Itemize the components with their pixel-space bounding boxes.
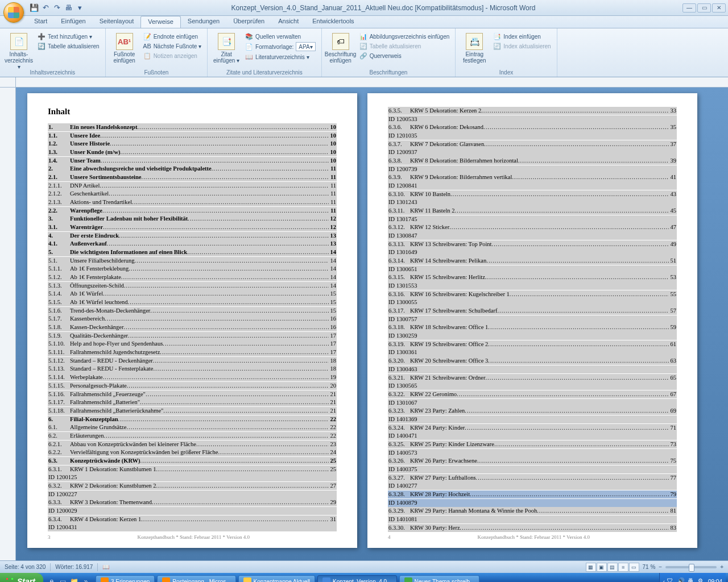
explorer-icon[interactable]: 📁 — [69, 576, 80, 582]
toc-entry[interactable]: 6.3.29.KRW 29 Party: Hannah Montana & Wi… — [388, 507, 677, 515]
page-4[interactable]: 6.3.5.KRW 5 Dekoration: Kerzen 2........… — [367, 93, 697, 548]
text-hinzufuegen-button[interactable]: ➕Text hinzufügen ▾ — [36, 32, 101, 41]
toc-id-line[interactable]: ID 1401081 — [388, 516, 677, 523]
toc-id-line[interactable]: ID 1300565 — [388, 382, 677, 390]
toc-id-line[interactable]: ID 1401369 — [388, 415, 677, 423]
toc-entry[interactable]: 4.1.Außenverkauf........................… — [48, 240, 337, 248]
toc-entry[interactable]: 5.1.17.Fallrahmenschild „Batterien".....… — [48, 398, 337, 406]
zitat-einfuegen-button[interactable]: 📑 Zitat einfügen ▾ — [212, 31, 241, 74]
maximize-button[interactable]: ▭ — [697, 3, 711, 13]
toc-entry[interactable]: 6.3.6.KRW 6 Dekoration: Dekosand........… — [388, 123, 677, 131]
toc-entry[interactable]: 6.3.27.KRW 27 Party: Luftballons........… — [388, 474, 677, 482]
tray-icon[interactable]: 🖶 — [688, 577, 696, 582]
toc-id-line[interactable]: ID 1200431 — [48, 523, 337, 531]
eintrag-festlegen-button[interactable]: 📇 Eintrag festlegen — [460, 31, 489, 74]
taskbar-item[interactable]: Konzept_Version_4.0... — [317, 575, 396, 582]
toc-id-line[interactable]: ID 1300055 — [388, 298, 677, 306]
language-icon[interactable]: 📖 — [102, 564, 109, 570]
toc-id-line[interactable]: ID 1400879 — [388, 499, 677, 507]
tray-icon[interactable]: 🛡 — [667, 577, 675, 582]
literaturverzeichnis-button[interactable]: 📖Literaturverzeichnis ▾ — [244, 52, 317, 61]
tab-überprüfen[interactable]: Überprüfen — [226, 16, 271, 28]
full-screen-view[interactable]: ▣ — [597, 563, 607, 572]
toc-entry[interactable]: 6.3.25.KRW 25 Party: Kinder Lizenzware..… — [388, 440, 677, 448]
toc-entry[interactable]: 6.3.19.KRW 19 Schreibwaren: Office 2....… — [388, 340, 677, 348]
undo-icon[interactable]: ↶ — [41, 3, 50, 13]
toc-entry[interactable]: 6.3.14.KRW 14 Schreibwaren: Pelikan.....… — [388, 257, 677, 265]
toc-entry[interactable]: 6.3.17.KRW 17 Schreibwaren: Schulbedarf.… — [388, 307, 677, 315]
toc-entry[interactable]: 6.2.Erläuterungen.......................… — [48, 432, 337, 440]
toc-id-line[interactable]: ID 1200739 — [388, 165, 677, 173]
zoom-in[interactable]: + — [720, 564, 723, 570]
tab-sendungen[interactable]: Sendungen — [181, 16, 226, 28]
style-select[interactable]: APA ▾ — [296, 42, 315, 51]
naechste-fussnote-button[interactable]: ABNächste Fußnote ▾ — [142, 41, 202, 51]
toc-entry[interactable]: 6.3.20.KRW 20 Schreibwaren: Office 3....… — [388, 357, 677, 365]
page-status[interactable]: Seite: 4 von 320 — [5, 564, 46, 570]
toc-entry[interactable]: 2.1.1.DNP Artikel.......................… — [48, 182, 337, 190]
index-aktualisieren-button[interactable]: 🔄Index aktualisieren — [492, 41, 552, 51]
toc-entry[interactable]: 5.1.10.Help and hope-Flyer und Spendenha… — [48, 340, 337, 348]
toc-id-line[interactable]: ID 1300847 — [388, 232, 677, 240]
toc-entry[interactable]: 5.1.16.Fallrahmenschild „Feuerzeuge"....… — [48, 390, 337, 398]
toc-entry[interactable]: 5.1.15.Personalgesuch-Plakate...........… — [48, 382, 337, 390]
start-button[interactable]: Start — [0, 573, 43, 582]
tab-seitenlayout[interactable]: Seitenlayout — [93, 16, 141, 28]
toc-entry[interactable]: 5.1.5.Ab 1€ Würfel leuchtend............… — [48, 298, 337, 306]
toc-entry[interactable]: 5.1.12.Standard – REDU - Deckenhänger...… — [48, 357, 337, 365]
toc-entry[interactable]: 5.1.7.Kassenbereich.....................… — [48, 315, 337, 323]
toc-entry[interactable]: 6.3.7.KRW 7 Dekoration: Glasvasen.......… — [388, 140, 677, 148]
web-layout-view[interactable]: ▤ — [607, 563, 618, 572]
toc-id-line[interactable]: ID 1200533 — [388, 115, 677, 123]
close-button[interactable]: ✕ — [712, 3, 726, 13]
toc-entry[interactable]: 6.2.2.Vervielfältigung von Konzeptrückwä… — [48, 448, 337, 456]
taskbar-item[interactable]: Konzeptmappe Aktuell — [238, 575, 316, 582]
toc-entry[interactable]: 6.3.1.KRW 1 Dekoration: Kunstblumen 1...… — [48, 465, 337, 473]
print-layout-view[interactable]: ▦ — [586, 563, 596, 572]
toc-entry[interactable]: 5.1.18.Fallrahmenschild „Batterierücknah… — [48, 407, 337, 415]
toc-entry[interactable]: 5.1.3.Öffnungszeiten-Schild.............… — [48, 282, 337, 290]
toc-entry[interactable]: 5.1.13.Standard – REDU - Fensterplakate.… — [48, 365, 337, 373]
ql-more-icon[interactable]: » — [81, 576, 91, 582]
toc-id-line[interactable]: ID 1400277 — [388, 482, 677, 490]
toc-entry[interactable]: 6.3.15.KRW 15 Schreibwaren: Herlitz.....… — [388, 273, 677, 281]
toc-entry[interactable]: 6.3.21.KRW 21 Schreibwaren: Ordner......… — [388, 374, 677, 382]
redo-icon[interactable]: ↷ — [52, 3, 61, 13]
toc-entry[interactable]: 6.3.2.KRW 2 Dekoration: Kunstblumen 2...… — [48, 482, 337, 490]
toc-entry[interactable]: 5.1.1.Ab 1€ Fensterbeklebung............… — [48, 265, 337, 273]
fussnote-einfuegen-button[interactable]: AB¹ Fußnote einfügen — [110, 31, 139, 74]
endnote-einfuegen-button[interactable]: 📝Endnote einfügen — [142, 32, 202, 41]
toc-entry[interactable]: 2.1.3.Aktions- und Trendartikel.........… — [48, 198, 337, 206]
toc-id-line[interactable]: ID 1200125 — [48, 473, 337, 481]
beschriftung-einfuegen-button[interactable]: 🏷 Beschriftung einfügen — [326, 31, 355, 74]
tab-ansicht[interactable]: Ansicht — [271, 16, 305, 28]
toc-id-line[interactable]: ID 1200227 — [48, 490, 337, 498]
tabelle-aktualisieren2-button[interactable]: 🔄Tabelle aktualisieren — [358, 41, 451, 51]
toc-id-line[interactable]: ID 1301553 — [388, 282, 677, 290]
toc-entry[interactable]: 6.3.12.KRW 12 Sticker...................… — [388, 223, 677, 231]
vertical-ruler[interactable] — [0, 88, 16, 560]
notizen-anzeigen-button[interactable]: 📋Notizen anzeigen — [142, 51, 202, 60]
toc-id-line[interactable]: ID 1200937 — [388, 148, 677, 156]
quellen-verwalten-button[interactable]: 📚Quellen verwalten — [244, 32, 317, 41]
toc-entry[interactable]: 6.3.5.KRW 5 Dekoration: Kerzen 2........… — [388, 107, 677, 115]
toc-id-line[interactable]: ID 1400471 — [388, 432, 677, 440]
clock[interactable]: 09:04 — [708, 579, 722, 583]
toc-entry[interactable]: 6.3.24.KRW 24 Party: Kinder.............… — [388, 424, 677, 432]
toc-entry[interactable]: 5.1.14.Werbeplakate.....................… — [48, 373, 337, 381]
toc-entry[interactable]: 6.3.23.KRW 23 Party: Zahlen.............… — [388, 407, 677, 415]
minimize-button[interactable]: — — [682, 3, 696, 13]
toc-id-line[interactable]: ID 1301649 — [388, 248, 677, 256]
draft-view[interactable]: ▭ — [629, 563, 639, 572]
toc-entry[interactable]: 6.3.13.KRW 13 Schreibwaren: Top Point...… — [388, 240, 677, 248]
toc-entry[interactable]: 5.1.11.Fallrahmenschild Jugendschutzgese… — [48, 348, 337, 356]
toc-entry[interactable]: 5.1.8.Kassen-Deckenhänger...............… — [48, 323, 337, 331]
toc-id-line[interactable]: ID 1300361 — [388, 348, 677, 356]
toc-entry[interactable]: 3.Funktioneller Ladenbau mit hoher Flexi… — [48, 215, 337, 223]
toc-entry[interactable]: 6.3.28.KRW 28 Party: Hochzeit...........… — [388, 490, 677, 498]
toc-entry[interactable]: 1.3.Unser Kunde (m/w)...................… — [48, 148, 337, 156]
toc-entry[interactable]: 6.3.26.KRW 26 Party: Erwachsene.........… — [388, 457, 677, 465]
taskbar-item[interactable]: Neues Thema schreib... — [399, 575, 480, 582]
toc-entry[interactable]: 6.3.16.KRW 16 Schreibwaren: Kugelschreib… — [388, 290, 677, 298]
toc-id-line[interactable]: ID 1200029 — [48, 507, 337, 515]
